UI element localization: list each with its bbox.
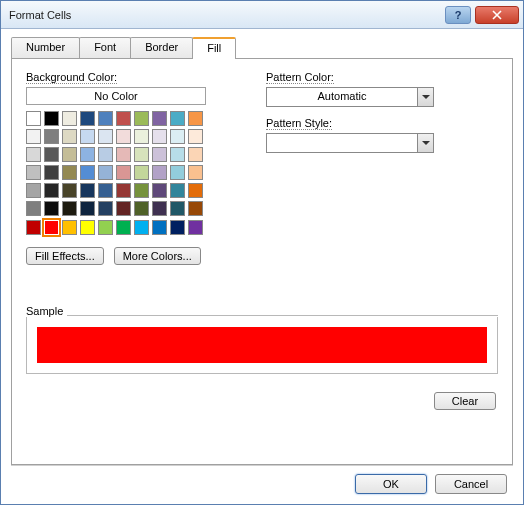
color-swatch[interactable] xyxy=(80,111,95,126)
color-swatch[interactable] xyxy=(152,165,167,180)
pattern-color-value: Automatic xyxy=(267,88,417,106)
color-swatch[interactable] xyxy=(170,220,185,235)
color-swatch[interactable] xyxy=(170,201,185,216)
color-swatch[interactable] xyxy=(80,220,95,235)
titlebar[interactable]: Format Cells ? xyxy=(1,1,523,29)
color-swatch[interactable] xyxy=(170,147,185,162)
tab-number[interactable]: Number xyxy=(11,37,80,58)
color-swatch[interactable] xyxy=(170,165,185,180)
pattern-color-label: Pattern Color: xyxy=(266,71,498,83)
color-swatch[interactable] xyxy=(80,183,95,198)
color-swatch[interactable] xyxy=(98,147,113,162)
color-swatch[interactable] xyxy=(134,183,149,198)
color-swatch[interactable] xyxy=(80,129,95,144)
more-colors-button[interactable]: More Colors... xyxy=(114,247,201,265)
pattern-style-value xyxy=(267,134,417,152)
color-swatch[interactable] xyxy=(188,220,203,235)
color-swatch[interactable] xyxy=(26,183,41,198)
fill-tab-body: Background Color: No Color Fill Effects.… xyxy=(11,59,513,465)
color-swatch[interactable] xyxy=(152,129,167,144)
color-swatch[interactable] xyxy=(80,201,95,216)
color-swatch[interactable] xyxy=(44,201,59,216)
color-swatch[interactable] xyxy=(62,220,77,235)
color-swatch[interactable] xyxy=(44,147,59,162)
color-swatch[interactable] xyxy=(116,201,131,216)
dialog-footer: OK Cancel xyxy=(11,465,513,494)
cancel-button[interactable]: Cancel xyxy=(435,474,507,494)
color-swatch[interactable] xyxy=(98,165,113,180)
color-swatch[interactable] xyxy=(152,201,167,216)
color-swatch[interactable] xyxy=(116,165,131,180)
color-swatch[interactable] xyxy=(152,111,167,126)
color-swatch[interactable] xyxy=(134,165,149,180)
color-swatch[interactable] xyxy=(44,165,59,180)
help-button[interactable]: ? xyxy=(445,6,471,24)
color-swatch[interactable] xyxy=(26,220,41,235)
format-cells-dialog: Format Cells ? Number Font Border Fill B… xyxy=(0,0,524,505)
color-swatch[interactable] xyxy=(98,183,113,198)
clear-button[interactable]: Clear xyxy=(434,392,496,410)
color-swatch[interactable] xyxy=(152,147,167,162)
color-swatch[interactable] xyxy=(26,165,41,180)
color-swatch[interactable] xyxy=(116,220,131,235)
sample-preview xyxy=(37,327,487,363)
color-swatch[interactable] xyxy=(44,111,59,126)
no-color-button[interactable]: No Color xyxy=(26,87,206,105)
color-swatch[interactable] xyxy=(134,147,149,162)
color-swatch[interactable] xyxy=(44,129,59,144)
window-title: Format Cells xyxy=(9,9,445,21)
pattern-color-combo[interactable]: Automatic xyxy=(266,87,434,107)
color-swatch[interactable] xyxy=(188,201,203,216)
tab-font[interactable]: Font xyxy=(79,37,131,58)
color-swatch[interactable] xyxy=(26,201,41,216)
color-swatch[interactable] xyxy=(26,129,41,144)
close-button[interactable] xyxy=(475,6,519,24)
color-swatch[interactable] xyxy=(188,147,203,162)
color-swatch[interactable] xyxy=(44,183,59,198)
color-swatch[interactable] xyxy=(62,201,77,216)
color-swatch[interactable] xyxy=(134,201,149,216)
tab-bar: Number Font Border Fill xyxy=(11,37,513,59)
color-swatch[interactable] xyxy=(188,129,203,144)
color-swatch[interactable] xyxy=(170,111,185,126)
color-swatch[interactable] xyxy=(80,165,95,180)
color-swatch[interactable] xyxy=(188,111,203,126)
color-swatch[interactable] xyxy=(170,183,185,198)
color-swatch[interactable] xyxy=(26,111,41,126)
pattern-color-dropdown-button[interactable] xyxy=(417,88,433,106)
tab-fill[interactable]: Fill xyxy=(192,37,236,59)
color-swatch[interactable] xyxy=(62,183,77,198)
color-swatch[interactable] xyxy=(152,220,167,235)
color-swatch[interactable] xyxy=(98,201,113,216)
color-swatch[interactable] xyxy=(170,129,185,144)
color-swatch[interactable] xyxy=(134,220,149,235)
pattern-style-dropdown-button[interactable] xyxy=(417,134,433,152)
color-swatch[interactable] xyxy=(98,111,113,126)
color-swatch[interactable] xyxy=(134,129,149,144)
color-swatch[interactable] xyxy=(116,183,131,198)
color-swatch[interactable] xyxy=(62,165,77,180)
color-swatch[interactable] xyxy=(152,183,167,198)
chevron-down-icon xyxy=(422,95,430,99)
fill-effects-button[interactable]: Fill Effects... xyxy=(26,247,104,265)
color-swatch[interactable] xyxy=(62,147,77,162)
color-swatch[interactable] xyxy=(116,111,131,126)
color-swatch[interactable] xyxy=(188,183,203,198)
tab-border[interactable]: Border xyxy=(130,37,193,58)
color-swatch[interactable] xyxy=(116,129,131,144)
color-swatch[interactable] xyxy=(134,111,149,126)
color-swatch[interactable] xyxy=(98,220,113,235)
pattern-style-combo[interactable] xyxy=(266,133,434,153)
color-swatch[interactable] xyxy=(62,129,77,144)
color-swatch[interactable] xyxy=(80,147,95,162)
color-swatch[interactable] xyxy=(26,147,41,162)
ok-button[interactable]: OK xyxy=(355,474,427,494)
color-swatch[interactable] xyxy=(62,111,77,126)
sample-group: Sample xyxy=(26,305,498,374)
background-color-label: Background Color: xyxy=(26,71,236,83)
color-swatch[interactable] xyxy=(116,147,131,162)
theme-color-grid xyxy=(26,111,236,216)
color-swatch[interactable] xyxy=(98,129,113,144)
color-swatch[interactable] xyxy=(44,220,59,235)
color-swatch[interactable] xyxy=(188,165,203,180)
